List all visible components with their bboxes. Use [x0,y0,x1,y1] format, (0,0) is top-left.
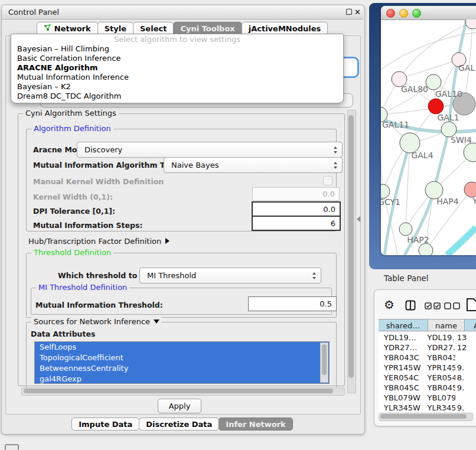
mi-threshold-group-title: MI Threshold Definition [36,283,129,292]
dpi-tolerance-label: DPI Tolerance [0,1]: [33,207,115,216]
kernel-width-field[interactable]: 0.0 [252,187,340,201]
table-cell: YBR045C [379,383,423,393]
network-graph[interactable]: GALGAL80GAL10GAL1GAL11SWI4GAL4GCY1HAP4YH… [381,19,476,255]
table-row[interactable]: YER054CYER054C8. [379,373,476,383]
manual-kernel-label: Manual Kernel Width Definition [33,177,164,186]
table-row[interactable]: YBL079WYBL079W [379,393,476,403]
mi-type-combo[interactable]: Naive Bayes [164,157,343,173]
apply-button[interactable]: Apply [158,399,201,413]
node-label-gal10: GAL10 [435,89,462,99]
network-node-hap2[interactable] [399,223,412,236]
tab-network[interactable]: Network [37,22,98,35]
node-label-gal: GAL [458,63,475,73]
network-node-gal1[interactable] [428,99,444,114]
table-cell: YDL19… [423,332,455,343]
table-cell: 12 [455,343,476,353]
table-row[interactable]: YDR27…YDR27…12 [379,343,476,353]
table-cell: 9. [455,383,476,393]
close-traffic-light[interactable] [386,9,395,18]
mi-steps-field[interactable]: 6 [252,216,341,231]
network-node[interactable] [464,143,476,162]
attribute-item-betweennesscentrality[interactable]: BetweennessCentrality [35,363,329,374]
column-header-shared[interactable]: shared… [379,319,428,331]
table-cell: YPR145W [423,363,455,373]
algorithm-option-bayesian-k2[interactable]: Bayesian – K2 [11,82,343,92]
dpi-tolerance-field[interactable]: 0.0 [252,201,341,217]
network-node[interactable] [419,243,433,255]
algorithm-option-bayesian-hill-climbing[interactable]: Bayesian – Hill Climbing [11,44,343,54]
mi-threshold-field[interactable]: 0.5 [248,296,337,311]
attribute-item-selfloops[interactable]: SelfLoops [35,342,329,353]
table-row[interactable]: YLR345WYLR345W9. [379,403,476,412]
split-collapse-icon[interactable] [357,216,360,222]
attribute-item-gal4rgexp[interactable]: gal4RGexp [35,374,329,384]
which-threshold-combo[interactable]: MI Threshold [139,268,321,283]
attribute-list-scrollbar[interactable] [320,343,328,383]
algorithm-option-mutual-information-inference[interactable]: Mutual Information Inference [11,73,343,82]
table-row[interactable]: YPR145WYPR145W9. [379,363,476,373]
unchecked-rows-icon[interactable] [444,302,460,309]
algorithm-option-basic-correlation-inference[interactable]: Basic Correlation Inference [11,54,343,63]
data-attributes-label: Data Attributes [31,330,95,338]
spinner-arrows-icon [334,146,338,154]
expander-collapsed-icon [165,238,169,244]
data-attributes-list[interactable]: SelfLoopsTopologicalCoefficientBetweenne… [34,341,330,384]
table-cell: 9. [455,363,476,373]
bottom-tab-discretize-data[interactable]: Discretize Data [139,418,219,431]
mi-type-label: Mutual Information Algorithm Type: [33,161,182,169]
column-header-name[interactable]: name [428,319,465,331]
zoom-traffic-light[interactable] [412,9,421,18]
mi-type-value: Naive Bayes [171,161,219,169]
table-horizontal-scrollbar[interactable] [379,413,473,421]
sources-group-title[interactable]: Sources for Network Inference [31,317,162,326]
tab-select[interactable]: Select [133,22,174,35]
corner-widget-icon[interactable] [5,444,19,450]
network-node[interactable] [465,19,476,29]
tab-style[interactable]: Style [97,22,133,35]
node-label-swi4: SWI4 [451,135,472,145]
table-cell: YLR345W [379,403,423,412]
table-row[interactable]: YBR045CYBR045C9. [379,383,476,393]
expander-expanded-icon [154,319,159,324]
table-row[interactable]: YBR043CYBR043C [379,353,476,363]
table-cell: YDR27… [423,343,455,353]
hub-factor-expander[interactable]: Hub/Transcription Factor Definition [28,235,169,247]
node-label-y: Y [472,196,476,206]
control-panel-tabs: NetworkStyleSelectCyni ToolboxjActiveMNo… [2,21,363,35]
network-node-y[interactable] [464,182,476,197]
tab-cyni-toolbox[interactable]: Cyni Toolbox [173,22,242,35]
settings-vertical-scrollbar-thumb[interactable] [348,115,354,378]
split-columns-icon[interactable] [405,300,416,311]
minimize-traffic-light[interactable] [399,9,408,18]
table-row[interactable]: YDL19…YDL19…13 [379,332,476,343]
attribute-item-topologicalcoefficient[interactable]: TopologicalCoefficient [35,353,329,363]
settings-vertical-scrollbar[interactable] [347,110,356,393]
bottom-tab-infer-network[interactable]: Infer Network [219,418,292,431]
attribute-list-scrollbar-thumb[interactable] [322,344,327,375]
algorithm-option-dream8-dc-tdc-algorithm[interactable]: Dream8 DC_TDC Algorithm [11,92,343,101]
kernel-width-value: 0.0 [322,190,335,198]
manual-kernel-checkbox[interactable] [323,176,332,185]
bottom-tabs: Impute DataDiscretize DataInfer Network [2,417,363,431]
control-panel-title: Control Panel [8,5,59,19]
network-window-titlebar[interactable] [381,6,476,20]
table-cell: YER054C [379,373,423,383]
settings-horizontal-scrollbar-thumb[interactable] [24,389,333,393]
gear-icon[interactable]: ⚙ [384,297,395,312]
table-header: shared…nameA [379,319,476,331]
mi-steps-value: 6 [331,219,335,228]
aracne-mode-combo[interactable]: Discovery [77,142,343,158]
bottom-tab-impute-data[interactable]: Impute Data [71,418,139,431]
tab-label: jActiveMNodules [249,24,321,33]
settings-horizontal-scrollbar[interactable] [21,387,345,396]
checked-rows-icon[interactable] [425,302,441,309]
float-window-icon[interactable] [346,9,352,15]
algorithm-option-aracne-algorithm[interactable]: ARACNE Algorithm [11,63,343,73]
tab-jactivemnodules[interactable]: jActiveMNodules [242,22,328,35]
network-node-gal4[interactable] [400,133,420,153]
network-node-gcy1[interactable] [381,184,390,198]
column-header-a[interactable]: A [465,319,476,331]
table-horizontal-scrollbar-thumb[interactable] [380,414,467,419]
document-icon[interactable] [466,298,476,312]
close-icon[interactable]: ✕ [354,5,361,19]
